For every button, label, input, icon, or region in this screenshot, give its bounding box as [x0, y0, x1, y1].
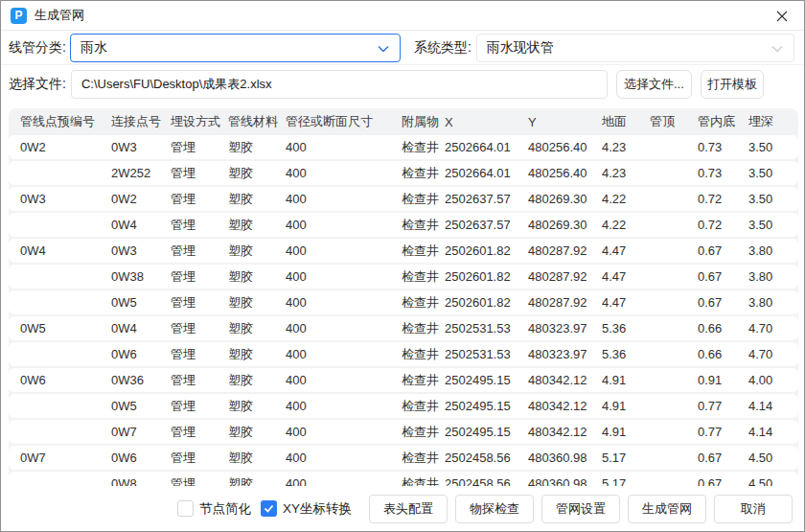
- open-template-button[interactable]: 打开模板: [701, 70, 764, 99]
- table-cell: 塑胶: [228, 191, 286, 208]
- table-row[interactable]: 2W252管埋塑胶400检查井2502664.01480256.404.230.…: [9, 161, 798, 185]
- table-cell: 2W252: [111, 166, 171, 180]
- file-row: 选择文件: C:\Users\FU\Desktop\成果表2.xlsx 选择文件…: [1, 66, 804, 103]
- table-cell: 0W4: [111, 321, 171, 335]
- system-type-value: 雨水现状管: [487, 39, 554, 57]
- pipe-category-value: 雨水: [80, 39, 107, 57]
- table-cell: 0W36: [111, 373, 171, 387]
- table-cell: 400: [286, 269, 402, 284]
- table-cell: 塑胶: [228, 217, 286, 234]
- table-cell: 3.50: [748, 140, 798, 154]
- table-cell: 管埋: [171, 398, 228, 415]
- table-cell: 0.91: [698, 373, 748, 387]
- table-cell: 0.77: [698, 399, 748, 413]
- table-cell: 480256.40: [528, 140, 602, 154]
- table-cell: 塑胶: [228, 424, 286, 441]
- node-simplify-checkbox[interactable]: 节点简化: [177, 500, 251, 518]
- table-cell: 0W2: [9, 140, 111, 154]
- close-icon[interactable]: [773, 8, 791, 25]
- column-header: Y: [528, 115, 602, 129]
- table-cell: 2502495.15: [445, 373, 528, 387]
- file-path-input[interactable]: C:\Users\FU\Desktop\成果表2.xlsx: [71, 70, 608, 99]
- table-row[interactable]: 0W30W2管埋塑胶400检查井2502637.57480269.304.220…: [9, 187, 798, 211]
- xy-transform-checkbox[interactable]: XY坐标转换: [261, 500, 352, 518]
- survey-check-button[interactable]: 物探检查: [455, 495, 534, 523]
- column-header: 管内底: [698, 113, 748, 130]
- column-header: X: [445, 115, 528, 129]
- table-cell: 0.67: [698, 269, 748, 284]
- cancel-button[interactable]: 取消: [714, 495, 793, 523]
- table-row[interactable]: 0W70W6管埋塑胶400检查井2502458.56480360.985.170…: [9, 446, 798, 470]
- table-cell: 3.50: [748, 166, 798, 180]
- table-cell: 0W6: [111, 347, 171, 361]
- table-cell: 0.73: [698, 166, 748, 180]
- checkbox-unchecked-icon: [177, 500, 194, 517]
- table-cell: 4.91: [602, 373, 650, 387]
- table-cell: 检查井: [402, 191, 445, 208]
- table-cell: 2502601.82: [445, 243, 528, 258]
- table-cell: 0W4: [9, 243, 111, 258]
- table-cell: 塑胶: [228, 294, 286, 312]
- chevron-down-icon: [770, 42, 784, 59]
- table-cell: 4.22: [602, 192, 650, 206]
- table-cell: 管埋: [171, 217, 228, 234]
- table-cell: 0W7: [111, 425, 171, 439]
- table-cell: 检查井: [402, 398, 445, 415]
- table-cell: 2502601.82: [445, 295, 528, 310]
- table-cell: 400: [286, 347, 402, 361]
- table-cell: 塑胶: [228, 346, 286, 363]
- table-cell: 2502531.53: [445, 321, 528, 335]
- table-cell: 0.72: [698, 192, 748, 206]
- checkbox-checked-icon: [261, 500, 277, 517]
- table-cell: 检查井: [402, 217, 445, 234]
- column-header: 管径或断面尺寸: [286, 113, 402, 130]
- table-row[interactable]: 0W50W4管埋塑胶400检查井2502531.53480323.975.360…: [9, 316, 798, 340]
- table-cell: 400: [286, 166, 402, 180]
- table-row[interactable]: 0W38管埋塑胶400检查井2502601.82480287.924.470.6…: [9, 265, 798, 289]
- table-cell: 0.73: [698, 140, 748, 154]
- network-settings-button[interactable]: 管网设置: [541, 495, 620, 523]
- table-row[interactable]: 0W5管埋塑胶400检查井2502495.15480342.124.910.77…: [9, 394, 798, 418]
- table-cell: 管埋: [171, 165, 228, 182]
- table-cell: 400: [286, 373, 402, 387]
- table-cell: 400: [286, 321, 402, 335]
- table-row[interactable]: 0W40W3管埋塑胶400检查井2502601.82480287.924.470…: [9, 239, 798, 263]
- table-cell: 400: [286, 451, 402, 465]
- table-cell: 塑胶: [228, 320, 286, 337]
- table-cell: 480323.97: [528, 347, 602, 361]
- table-row[interactable]: 0W20W3管埋塑胶400检查井2502664.01480256.404.230…: [9, 135, 798, 159]
- table-row[interactable]: 0W4管埋塑胶400检查井2502637.57480269.304.220.72…: [9, 213, 798, 237]
- table-row[interactable]: 0W7管埋塑胶400检查井2502495.15480342.124.910.77…: [9, 420, 798, 444]
- table-cell: 4.22: [602, 218, 650, 232]
- column-header: 管线材料: [228, 113, 286, 130]
- pipe-category-select[interactable]: 雨水: [70, 34, 401, 62]
- column-header: 地面: [602, 113, 650, 130]
- table-cell: 管埋: [171, 294, 228, 312]
- column-header: 连接点号: [111, 113, 171, 130]
- table-cell: 480342.12: [528, 373, 602, 387]
- table-body: 0W20W3管埋塑胶400检查井2502664.01480256.404.230…: [9, 135, 798, 488]
- header-config-button[interactable]: 表头配置: [369, 495, 448, 523]
- table-row[interactable]: 0W60W36管埋塑胶400检查井2502495.15480342.124.91…: [9, 368, 798, 392]
- table-cell: 管埋: [171, 243, 228, 260]
- table-cell: 480323.97: [528, 321, 602, 335]
- table-cell: 检查井: [402, 450, 445, 467]
- table-cell: 2502664.01: [445, 166, 528, 180]
- table-cell: 0.66: [698, 321, 748, 335]
- table-row[interactable]: 0W5管埋塑胶400检查井2502601.82480287.924.470.67…: [9, 290, 798, 314]
- table-cell: 0W5: [9, 321, 111, 335]
- table-cell: 0W3: [111, 243, 171, 258]
- browse-file-button[interactable]: 选择文件...: [616, 70, 692, 99]
- generate-network-button[interactable]: 生成管网: [628, 495, 706, 523]
- table-cell: 400: [286, 295, 402, 310]
- table-cell: 400: [286, 140, 402, 154]
- table-cell: 塑胶: [228, 243, 286, 260]
- xy-transform-label: XY坐标转换: [283, 500, 352, 518]
- table-cell: 2502495.15: [445, 399, 528, 413]
- system-type-label: 系统类型:: [414, 39, 472, 57]
- table-row[interactable]: 0W6管埋塑胶400检查井2502531.53480323.975.360.66…: [9, 342, 798, 366]
- table-cell: 0W3: [9, 192, 111, 206]
- system-type-select[interactable]: 雨水现状管: [476, 34, 794, 62]
- table-cell: 0W38: [111, 269, 171, 284]
- table-cell: 0W3: [111, 140, 171, 154]
